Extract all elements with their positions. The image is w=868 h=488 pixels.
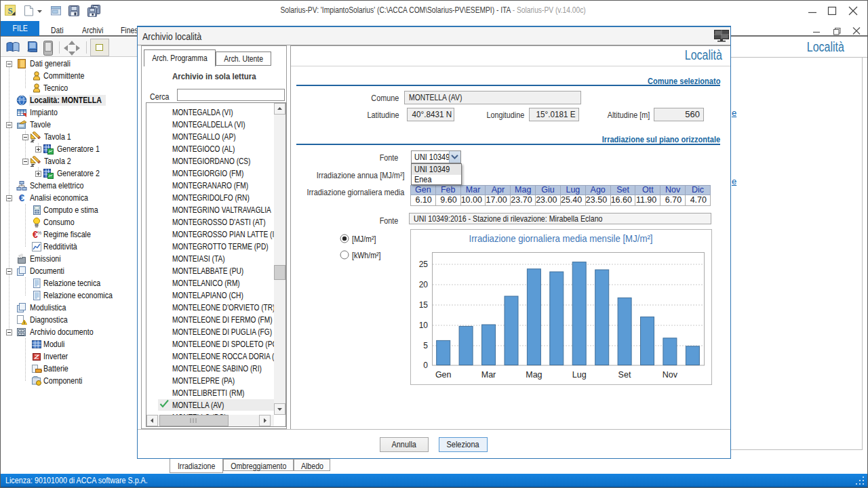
svg-text:%: % [37,230,41,235]
svg-text:S: S [7,5,12,16]
svg-text:€: € [19,192,25,203]
